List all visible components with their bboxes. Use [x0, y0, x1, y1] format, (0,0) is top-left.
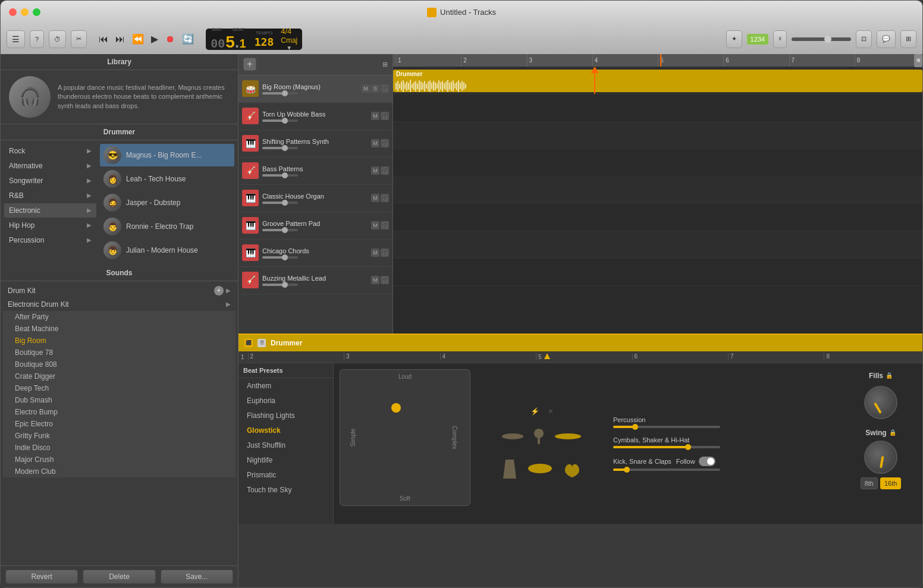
xy-pad[interactable]: Loud Soft Simple Complex [340, 369, 470, 506]
sounds-gritty-funk[interactable]: Gritty Funk [3, 430, 236, 442]
track-shifting-mute[interactable]: M [371, 139, 379, 147]
beat-preset-prismatic[interactable]: Prismatic [241, 468, 331, 482]
beat-preset-euphoria[interactable]: Euphoria [241, 394, 331, 408]
playhead-marker[interactable] [660, 54, 661, 67]
track-bigroom-volume-knob[interactable] [282, 90, 288, 96]
preset-ronnie[interactable]: 👨 Ronnie - Electro Trap [100, 215, 234, 238]
track-groovepad[interactable]: 🎹 Groove Pattern Pad M 🎧 [238, 212, 393, 240]
sounds-crate-digger[interactable]: Crate Digger [3, 370, 236, 382]
note-8th-button[interactable]: 8th [861, 477, 878, 489]
sounds-modern-club[interactable]: Modern Club [3, 466, 236, 477]
cymbals-slider-knob[interactable] [685, 444, 691, 450]
sounds-after-party[interactable]: After Party [3, 311, 236, 323]
track-tornup-mute[interactable]: M [371, 112, 379, 120]
beat-preset-touchthesky[interactable]: Touch the Sky [241, 483, 331, 497]
sounds-boutique-78[interactable]: Boutique 78 [3, 347, 236, 359]
key-dropdown-button[interactable]: ▼ [286, 45, 292, 51]
track-groovepad-volume-knob[interactable] [282, 227, 288, 233]
sounds-major-crush[interactable]: Major Crush [3, 454, 236, 466]
chat-button[interactable]: 💬 [877, 30, 896, 48]
preset-julian[interactable]: 👦 Julian - Modern House [100, 239, 234, 262]
track-tornup-volume-knob[interactable] [282, 118, 288, 124]
category-electronic[interactable]: Electronic ▶ [4, 203, 96, 218]
track-basspatterns-headphone[interactable]: 🎧 [381, 166, 389, 175]
save-button[interactable]: Save... [161, 570, 233, 584]
beat-preset-flashinglights[interactable]: Flashing Lights [241, 408, 331, 423]
track-buzzing-headphone[interactable]: 🎧 [381, 276, 389, 284]
percussion-slider[interactable] [613, 426, 720, 428]
library-button[interactable]: ☰ [7, 30, 25, 48]
track-chicagochords-mute[interactable]: M [371, 249, 379, 257]
lcd-display-button[interactable]: 1234 [747, 34, 768, 45]
pad-position-dot[interactable] [391, 403, 401, 413]
track-classichouse-volume-knob[interactable] [282, 200, 288, 206]
category-percussion[interactable]: Percussion ▶ [4, 233, 96, 247]
maximize-button[interactable] [33, 8, 40, 16]
add-track-button[interactable]: + [243, 58, 256, 71]
track-tornup-headphone[interactable]: 🎧 [381, 112, 389, 120]
sounds-epic-electro[interactable]: Epic Electro [3, 418, 236, 430]
track-bigroom[interactable]: 🥁 Big Room (Magnus) M S 🎧 [238, 76, 393, 103]
sounds-electro-bump[interactable]: Electro Bump [3, 406, 236, 418]
kick-slider[interactable] [613, 468, 720, 471]
sounds-beat-machine[interactable]: Beat Machine [3, 323, 236, 335]
sounds-electronic-drum-kit[interactable]: Electronic Drum Kit ▶ [3, 298, 236, 311]
arrange-button[interactable]: ⊡ [856, 30, 872, 48]
track-buzzing-mute[interactable]: M [371, 276, 379, 284]
tuner-button[interactable]: ♯ [773, 30, 787, 48]
track-chicagochords-headphone[interactable]: 🎧 [381, 249, 389, 257]
cycle-button[interactable]: 🔄 [180, 31, 196, 47]
track-classichouse-mute[interactable]: M [371, 194, 379, 202]
track-groovepad-headphone[interactable]: 🎧 [381, 221, 389, 229]
preset-jasper[interactable]: 🧔 Jasper - Dubstep [100, 191, 234, 214]
help-button[interactable]: ? [30, 30, 44, 48]
delete-button[interactable]: Delete [83, 570, 155, 584]
scroll-right-button[interactable]: ⊞ [914, 54, 922, 67]
track-classichouse-headphone[interactable]: 🎧 [381, 194, 389, 202]
track-buzzing[interactable]: 🎸 Buzzing Metallic Lead M 🎧 [238, 267, 393, 294]
category-alternative[interactable]: Alternative ▶ [4, 159, 96, 173]
scissors-button[interactable]: ✂ [71, 30, 87, 48]
rewind-button[interactable]: ⏮ [96, 32, 111, 47]
track-basspatterns[interactable]: 🎸 Bass Patterns M 🎧 [238, 158, 393, 185]
handclap-icon[interactable] [561, 458, 583, 479]
track-buzzing-volume-knob[interactable] [282, 282, 288, 288]
track-bigroom-solo[interactable]: S [371, 84, 379, 93]
track-tornup[interactable]: 🎸 Torn Up Wobble Bass M 🎧 [238, 103, 393, 130]
sounds-indie-disco[interactable]: Indie Disco [3, 442, 236, 454]
hihat-icon[interactable] [553, 432, 583, 441]
track-shifting-volume-knob[interactable] [282, 145, 288, 151]
minimize-button[interactable] [21, 8, 29, 16]
percussion-slider-knob[interactable] [632, 424, 638, 430]
snare-icon[interactable] [527, 462, 553, 475]
beat-preset-glowstick[interactable]: Glowstick [241, 423, 331, 438]
track-chicagochords-volume-knob[interactable] [282, 254, 288, 260]
track-groovepad-mute[interactable]: M [371, 221, 379, 229]
beat-preset-anthem[interactable]: Anthem [241, 379, 331, 393]
note-16th-button[interactable]: 16th [880, 477, 901, 489]
share-button[interactable]: ⊞ [900, 30, 916, 48]
revert-button[interactable]: Revert [5, 570, 78, 584]
smart-controls-button[interactable]: ✦ [726, 30, 742, 48]
fast-forward-button[interactable]: ⏭ [113, 32, 127, 47]
track-bigroom-headphone[interactable]: 🎧 [381, 84, 389, 93]
track-classichouse[interactable]: 🎹 Classic House Organ M 🎧 [238, 185, 393, 212]
sounds-drum-kit[interactable]: Drum Kit + ▶ [3, 284, 236, 298]
track-basspatterns-volume-knob[interactable] [282, 172, 288, 178]
track-bigroom-mute[interactable]: M [362, 84, 370, 93]
follow-switch[interactable] [699, 457, 715, 466]
drum-region[interactable]: Drummer [393, 70, 922, 92]
swing-knob[interactable] [864, 441, 897, 474]
fills-knob[interactable] [864, 386, 897, 419]
maraca-icon[interactable] [533, 427, 545, 445]
kick-slider-knob[interactable] [624, 467, 630, 473]
cowbell-icon[interactable] [501, 457, 519, 480]
sounds-deep-tech[interactable]: Deep Tech [3, 382, 236, 394]
track-shifting[interactable]: 🎹 Shifting Patterns Synth M 🎧 [238, 130, 393, 158]
sounds-boutique-808[interactable]: Boutique 808 [3, 359, 236, 370]
skip-back-button[interactable]: ⏪ [130, 31, 146, 47]
track-basspatterns-mute[interactable]: M [371, 166, 379, 175]
cymbals-slider[interactable] [613, 446, 720, 448]
category-rnb[interactable]: R&B ▶ [4, 188, 96, 203]
play-button[interactable]: ▶ [149, 31, 161, 47]
